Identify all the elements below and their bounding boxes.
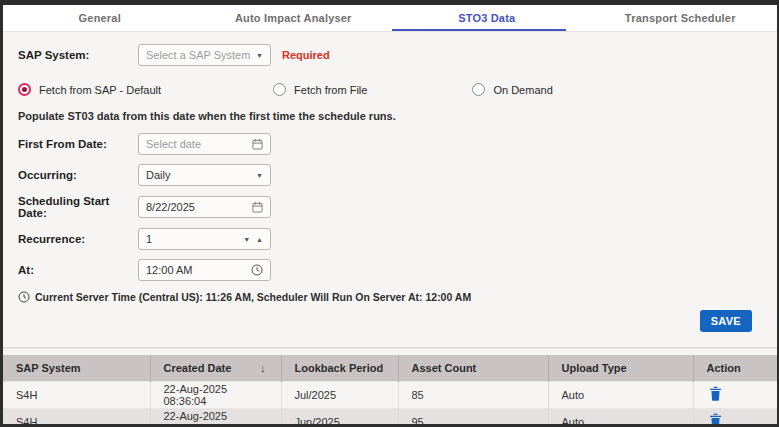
column-header-asset-count[interactable]: Asset Count [398,355,548,381]
sap-system-placeholder: Select a SAP System [146,49,256,61]
delete-button[interactable] [709,386,722,401]
calendar-icon [252,201,263,213]
radio-on-demand[interactable]: On Demand [472,83,552,96]
radio-unselected-icon [472,83,485,96]
at-label: At: [18,264,138,276]
first-from-date-row: First From Date: Select date [18,133,762,155]
server-time-text: Current Server Time (Central US): 11:26 … [35,291,471,303]
chevron-down-icon: ▼ [256,172,263,179]
column-header-upload-type[interactable]: Upload Type [548,355,693,381]
recurrence-row: Recurrence: 1 ▼ ▲ [18,228,762,250]
column-header-lookback-period[interactable]: Lookback Period [281,355,398,381]
chevron-down-icon: ▼ [256,52,263,59]
scheduling-start-date-label: Scheduling Start Date: [18,195,138,219]
tab-auto-impact-analyser[interactable]: Auto Impact Analyser [197,5,391,31]
first-from-date-placeholder: Select date [146,138,252,150]
radio-fetch-from-file[interactable]: Fetch from File [273,83,367,96]
table-row: S4H 22-Aug-2025 08:36:04 Jul/2025 85 Aut… [3,381,779,408]
sto3-results-table: SAP System Created Date ↓ Lookback Perio… [3,355,779,427]
radio-unselected-icon [273,83,286,96]
sap-system-row: SAP System: Select a SAP System ▼ Requir… [18,44,762,66]
cell-upload-type: Auto [548,381,693,408]
first-from-date-input[interactable]: Select date [138,133,271,155]
cell-upload-type: Auto [548,408,693,427]
radio-label: Fetch from File [294,84,367,96]
radio-label: On Demand [493,84,552,96]
column-header-action: Action [693,355,779,381]
step-up-icon[interactable]: ▲ [256,236,263,243]
sto3-data-panel: General Auto Impact Analyser STO3 Data T… [0,0,779,427]
occurring-label: Occurring: [18,169,138,181]
cell-sap-system: S4H [3,408,150,427]
tab-transport-scheduler[interactable]: Transport Scheduler [584,5,778,31]
occurring-row: Occurring: Daily ▼ [18,164,762,186]
delete-button[interactable] [709,413,722,427]
recurrence-stepper[interactable]: 1 ▼ ▲ [138,228,271,250]
tab-sto3-data[interactable]: STO3 Data [390,5,584,31]
column-header-label: Created Date [164,362,232,374]
cell-created-date: 22-Aug-2025 08:35:52 [150,408,281,427]
tab-bar: General Auto Impact Analyser STO3 Data T… [3,5,777,32]
cell-created-date: 22-Aug-2025 08:36:04 [150,381,281,408]
first-from-date-label: First From Date: [18,138,138,150]
cell-action [693,381,779,408]
trash-icon [709,413,722,427]
tab-general[interactable]: General [3,5,197,31]
save-row: SAVE [18,310,762,332]
trash-icon [709,386,722,401]
radio-label: Fetch from SAP - Default [39,84,161,96]
radio-selected-icon [18,83,31,96]
section-divider [3,347,777,349]
radio-fetch-from-sap-default[interactable]: Fetch from SAP - Default [18,83,161,96]
calendar-icon [252,138,263,150]
scheduling-start-date-row: Scheduling Start Date: 8/22/2025 [18,195,762,219]
cell-lookback-period: Jun/2025 [281,408,398,427]
at-time-value: 12:00 AM [146,264,251,276]
scheduling-start-date-value: 8/22/2025 [146,201,252,213]
required-note: Required [282,49,330,61]
clock-icon [18,291,30,303]
at-time-row: At: 12:00 AM [18,259,762,281]
scheduling-start-date-input[interactable]: 8/22/2025 [138,196,271,218]
cell-asset-count: 95 [398,408,548,427]
clock-icon [251,264,263,276]
at-time-input[interactable]: 12:00 AM [138,259,271,281]
occurring-dropdown[interactable]: Daily ▼ [138,164,271,186]
cell-lookback-period: Jul/2025 [281,381,398,408]
column-header-created-date[interactable]: Created Date ↓ [150,355,281,381]
save-button[interactable]: SAVE [700,310,752,332]
table-header-row: SAP System Created Date ↓ Lookback Perio… [3,355,779,381]
fetch-mode-radio-group: Fetch from SAP - Default Fetch from File… [18,83,762,96]
recurrence-label: Recurrence: [18,233,138,245]
table-row: S4H 22-Aug-2025 08:35:52 Jun/2025 95 Aut… [3,408,779,427]
populate-note: Populate ST03 data from this date when t… [18,110,762,122]
server-time-note: Current Server Time (Central US): 11:26 … [18,291,762,303]
step-down-icon[interactable]: ▼ [243,236,250,243]
sort-descending-icon[interactable]: ↓ [260,362,266,374]
cell-sap-system: S4H [3,381,150,408]
column-header-sap-system[interactable]: SAP System [3,355,150,381]
sap-system-dropdown[interactable]: Select a SAP System ▼ [138,44,271,66]
form-area: SAP System: Select a SAP System ▼ Requir… [3,44,777,332]
occurring-value: Daily [146,169,256,181]
cell-action [693,408,779,427]
cell-asset-count: 85 [398,381,548,408]
recurrence-value: 1 [146,233,243,245]
sap-system-label: SAP System: [18,49,138,61]
